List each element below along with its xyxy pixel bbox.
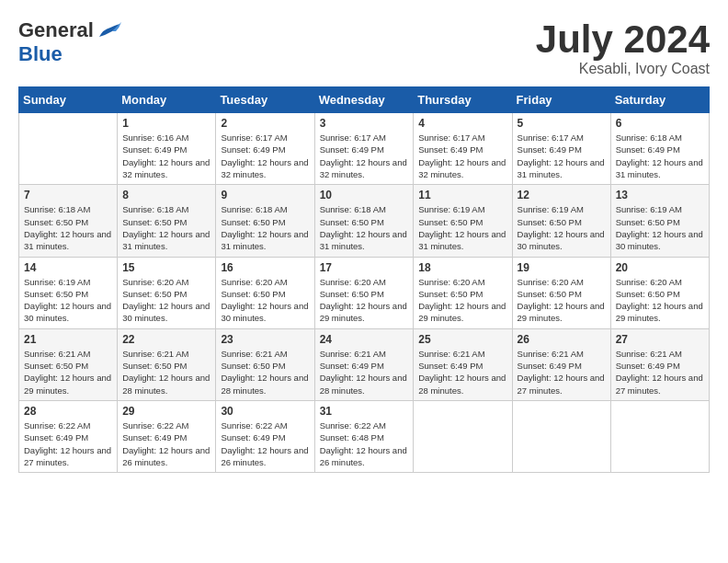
day-number: 12	[518, 189, 606, 201]
calendar-week-row: 28Sunrise: 6:22 AMSunset: 6:49 PMDayligh…	[19, 400, 710, 472]
day-info: Sunrise: 6:21 AMSunset: 6:49 PMDaylight:…	[616, 348, 704, 396]
day-number: 7	[24, 189, 112, 201]
calendar-cell	[512, 400, 610, 472]
calendar-cell: 2Sunrise: 6:17 AMSunset: 6:49 PMDaylight…	[216, 113, 314, 185]
day-info: Sunrise: 6:21 AMSunset: 6:49 PMDaylight:…	[418, 348, 506, 396]
day-info: Sunrise: 6:16 AMSunset: 6:49 PMDaylight:…	[122, 132, 210, 180]
calendar-cell: 15Sunrise: 6:20 AMSunset: 6:50 PMDayligh…	[118, 257, 216, 328]
day-info: Sunrise: 6:19 AMSunset: 6:50 PMDaylight:…	[418, 203, 506, 252]
day-info: Sunrise: 6:22 AMSunset: 6:49 PMDaylight:…	[24, 419, 112, 468]
calendar-header-friday: Friday	[512, 87, 610, 113]
calendar-week-row: 14Sunrise: 6:19 AMSunset: 6:50 PMDayligh…	[19, 257, 710, 328]
calendar-cell: 17Sunrise: 6:20 AMSunset: 6:50 PMDayligh…	[314, 257, 414, 328]
day-number: 24	[320, 333, 409, 346]
day-info: Sunrise: 6:20 AMSunset: 6:50 PMDaylight:…	[221, 276, 309, 325]
day-info: Sunrise: 6:19 AMSunset: 6:50 PMDaylight:…	[616, 203, 704, 252]
calendar-cell: 26Sunrise: 6:21 AMSunset: 6:49 PMDayligh…	[512, 328, 610, 400]
day-number: 16	[221, 261, 309, 274]
day-info: Sunrise: 6:18 AMSunset: 6:49 PMDaylight:…	[616, 132, 704, 180]
day-number: 23	[221, 333, 309, 346]
logo-blue: Blue	[18, 42, 63, 66]
logo: General Blue	[18, 18, 121, 66]
day-info: Sunrise: 6:19 AMSunset: 6:50 PMDaylight:…	[518, 203, 606, 252]
calendar-cell: 7Sunrise: 6:18 AMSunset: 6:50 PMDaylight…	[19, 185, 118, 257]
calendar-week-row: 1Sunrise: 6:16 AMSunset: 6:49 PMDaylight…	[19, 113, 710, 185]
calendar-cell: 11Sunrise: 6:19 AMSunset: 6:50 PMDayligh…	[414, 185, 512, 257]
day-info: Sunrise: 6:19 AMSunset: 6:50 PMDaylight:…	[24, 276, 112, 325]
day-info: Sunrise: 6:20 AMSunset: 6:50 PMDaylight:…	[518, 276, 606, 325]
day-info: Sunrise: 6:18 AMSunset: 6:50 PMDaylight:…	[122, 203, 210, 252]
calendar-table: SundayMondayTuesdayWednesdayThursdayFrid…	[18, 86, 710, 473]
day-info: Sunrise: 6:17 AMSunset: 6:49 PMDaylight:…	[518, 132, 606, 180]
day-number: 30	[221, 405, 309, 418]
day-info: Sunrise: 6:21 AMSunset: 6:49 PMDaylight:…	[518, 348, 606, 396]
day-info: Sunrise: 6:18 AMSunset: 6:50 PMDaylight:…	[24, 203, 112, 252]
calendar-cell: 21Sunrise: 6:21 AMSunset: 6:50 PMDayligh…	[19, 328, 118, 400]
day-number: 6	[616, 117, 704, 130]
day-info: Sunrise: 6:17 AMSunset: 6:49 PMDaylight:…	[221, 132, 309, 180]
title-block: July 2024 Kesabli, Ivory Coast	[536, 18, 710, 77]
day-info: Sunrise: 6:21 AMSunset: 6:50 PMDaylight:…	[221, 348, 309, 396]
day-number: 10	[320, 189, 409, 201]
calendar-cell: 13Sunrise: 6:19 AMSunset: 6:50 PMDayligh…	[610, 185, 709, 257]
day-number: 2	[221, 117, 309, 130]
calendar-cell: 24Sunrise: 6:21 AMSunset: 6:49 PMDayligh…	[314, 328, 414, 400]
calendar-week-row: 7Sunrise: 6:18 AMSunset: 6:50 PMDaylight…	[19, 185, 710, 257]
day-number: 22	[122, 333, 210, 346]
logo-bird-icon	[96, 20, 121, 40]
calendar-cell: 12Sunrise: 6:19 AMSunset: 6:50 PMDayligh…	[512, 185, 610, 257]
calendar-cell	[19, 113, 118, 185]
day-number: 17	[320, 261, 409, 274]
calendar-cell: 19Sunrise: 6:20 AMSunset: 6:50 PMDayligh…	[512, 257, 610, 328]
calendar-cell: 22Sunrise: 6:21 AMSunset: 6:50 PMDayligh…	[118, 328, 216, 400]
calendar-cell: 29Sunrise: 6:22 AMSunset: 6:49 PMDayligh…	[118, 400, 216, 472]
calendar-cell: 27Sunrise: 6:21 AMSunset: 6:49 PMDayligh…	[610, 328, 709, 400]
day-info: Sunrise: 6:17 AMSunset: 6:49 PMDaylight:…	[320, 132, 409, 180]
location-subtitle: Kesabli, Ivory Coast	[536, 61, 710, 77]
logo-general: General	[18, 18, 94, 42]
calendar-header-tuesday: Tuesday	[216, 87, 314, 113]
calendar-cell: 5Sunrise: 6:17 AMSunset: 6:49 PMDaylight…	[512, 113, 610, 185]
calendar-cell: 31Sunrise: 6:22 AMSunset: 6:48 PMDayligh…	[314, 400, 414, 472]
day-info: Sunrise: 6:21 AMSunset: 6:50 PMDaylight:…	[24, 348, 112, 396]
day-info: Sunrise: 6:17 AMSunset: 6:49 PMDaylight:…	[418, 132, 506, 180]
calendar-header-sunday: Sunday	[19, 87, 118, 113]
calendar-cell	[610, 400, 709, 472]
day-number: 18	[418, 261, 506, 274]
day-number: 28	[24, 405, 112, 418]
day-info: Sunrise: 6:20 AMSunset: 6:50 PMDaylight:…	[418, 276, 506, 325]
calendar-cell: 20Sunrise: 6:20 AMSunset: 6:50 PMDayligh…	[610, 257, 709, 328]
day-info: Sunrise: 6:21 AMSunset: 6:50 PMDaylight:…	[122, 348, 210, 396]
day-info: Sunrise: 6:18 AMSunset: 6:50 PMDaylight:…	[320, 203, 409, 252]
calendar-cell: 10Sunrise: 6:18 AMSunset: 6:50 PMDayligh…	[314, 185, 414, 257]
day-info: Sunrise: 6:21 AMSunset: 6:49 PMDaylight:…	[320, 348, 409, 396]
calendar-cell: 8Sunrise: 6:18 AMSunset: 6:50 PMDaylight…	[118, 185, 216, 257]
calendar-cell: 6Sunrise: 6:18 AMSunset: 6:49 PMDaylight…	[610, 113, 709, 185]
calendar-cell: 23Sunrise: 6:21 AMSunset: 6:50 PMDayligh…	[216, 328, 314, 400]
day-info: Sunrise: 6:20 AMSunset: 6:50 PMDaylight:…	[616, 276, 704, 325]
day-number: 31	[320, 405, 409, 418]
calendar-cell: 14Sunrise: 6:19 AMSunset: 6:50 PMDayligh…	[19, 257, 118, 328]
calendar-cell: 4Sunrise: 6:17 AMSunset: 6:49 PMDaylight…	[414, 113, 512, 185]
day-number: 29	[122, 405, 210, 418]
day-number: 9	[221, 189, 309, 201]
calendar-cell: 16Sunrise: 6:20 AMSunset: 6:50 PMDayligh…	[216, 257, 314, 328]
month-year-title: July 2024	[536, 18, 710, 61]
calendar-cell	[414, 400, 512, 472]
day-number: 21	[24, 333, 112, 346]
calendar-header-thursday: Thursday	[414, 87, 512, 113]
day-number: 27	[616, 333, 704, 346]
calendar-header-wednesday: Wednesday	[314, 87, 414, 113]
calendar-cell: 25Sunrise: 6:21 AMSunset: 6:49 PMDayligh…	[414, 328, 512, 400]
day-number: 25	[418, 333, 506, 346]
day-number: 20	[616, 261, 704, 274]
day-number: 26	[518, 333, 606, 346]
calendar-cell: 28Sunrise: 6:22 AMSunset: 6:49 PMDayligh…	[19, 400, 118, 472]
day-info: Sunrise: 6:20 AMSunset: 6:50 PMDaylight:…	[122, 276, 210, 325]
calendar-cell: 30Sunrise: 6:22 AMSunset: 6:49 PMDayligh…	[216, 400, 314, 472]
day-number: 1	[122, 117, 210, 130]
day-number: 8	[122, 189, 210, 201]
day-info: Sunrise: 6:22 AMSunset: 6:49 PMDaylight:…	[122, 419, 210, 468]
day-info: Sunrise: 6:18 AMSunset: 6:50 PMDaylight:…	[221, 203, 309, 252]
day-info: Sunrise: 6:20 AMSunset: 6:50 PMDaylight:…	[320, 276, 409, 325]
